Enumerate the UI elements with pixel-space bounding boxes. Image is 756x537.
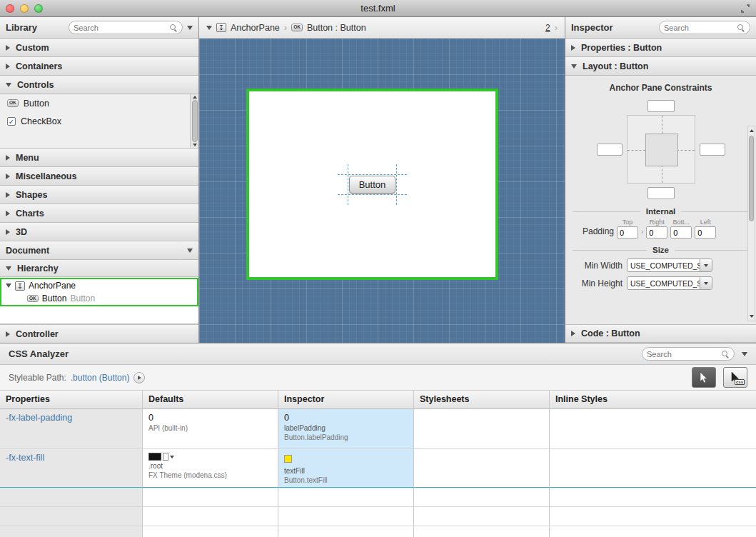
library-section-containers[interactable]: Containers [0,57,198,76]
play-icon [138,376,141,380]
breadcrumb: ↧ AnchorPane › OK Button : Button 2 › [199,17,565,39]
inspector-section-properties[interactable]: Properties : Button [565,39,756,57]
min-width-value: USE_COMPUTED_SI [628,259,700,271]
default-source: API (built-in) [148,424,272,432]
css-analyzer-header: CSS Analyzer [0,343,756,365]
selection-mode-button[interactable] [692,367,716,388]
library-item-checkbox[interactable]: ✓ CheckBox [0,112,190,130]
padding-right-field[interactable] [646,226,667,239]
styleable-path-value[interactable]: .button (Button) [71,373,130,383]
design-canvas[interactable]: Button [199,39,565,343]
button-icon: OK [7,99,19,107]
search-icon [737,24,745,32]
property-name-cell[interactable]: -fx-text-fill [0,449,143,488]
section-label: Containers [16,61,62,71]
combo-arrow-button[interactable] [700,277,712,289]
library-section-custom[interactable]: Custom [0,39,198,57]
inspector-cell[interactable]: textFill Button.textFill [278,449,414,488]
chevron-right-icon[interactable]: › [555,22,558,33]
scroll-up-icon[interactable] [193,96,197,99]
col-header-defaults[interactable]: Defaults [143,391,278,409]
css-analyzer-menu-icon[interactable] [742,352,747,356]
padding-col-right: Right [650,219,665,226]
library-section-3d[interactable]: 3D [0,223,198,241]
anchor-center-node[interactable] [645,134,678,166]
min-width-combo[interactable]: USE_COMPUTED_SI [627,259,712,272]
internal-divider: Internal [573,207,749,216]
anchor-left-field[interactable] [597,144,623,156]
checkbox-icon: ✓ [7,117,16,126]
scrollbar-thumb[interactable] [192,100,198,142]
css-search-input[interactable] [647,350,718,358]
min-height-combo[interactable]: USE_COMPUTED_SI [627,276,712,290]
defaults-cell[interactable]: .root FX Theme (modena.css) [143,449,278,488]
chevron-down-icon [6,83,11,87]
anchor-right-field[interactable] [700,144,725,156]
breadcrumb-item-button[interactable]: Button : Button [307,23,366,33]
css-pick-mode-button[interactable]: css [723,367,747,388]
defaults-cell[interactable]: 0 API (built-in) [143,409,278,449]
combo-arrow-button[interactable] [700,259,712,271]
hierarchy-tree[interactable]: ↧ AnchorPane OK Button Button [0,277,198,324]
document-menu-icon[interactable] [187,249,193,253]
property-name-cell[interactable]: -fx-label-padding [0,409,143,449]
document-header[interactable]: Document [0,241,198,260]
library-item-button[interactable]: OK Button [0,94,190,112]
library-section-miscellaneous[interactable]: Miscellaneous [0,167,198,186]
chevron-right-icon [6,211,10,216]
hierarchy-header[interactable]: Hierarchy [0,260,198,277]
inspector-panel: Inspector Properties : Button Layout : B… [565,17,756,343]
design-button[interactable]: Button [349,176,396,194]
breadcrumb-menu-icon[interactable] [206,26,212,30]
library-menu-icon[interactable] [187,26,193,30]
design-stage-anchorpane[interactable]: Button [246,89,498,280]
anchor-top-field[interactable] [647,100,675,112]
padding-link-icon[interactable]: › [641,228,643,236]
hierarchy-item-button[interactable]: OK Button Button [1,292,197,305]
scrollbar-thumb[interactable] [749,136,754,221]
padding-bottom-field[interactable] [670,226,692,239]
empty-cell [0,488,143,507]
anchor-bottom-field[interactable] [647,187,675,199]
controls-scrollbar[interactable] [190,94,198,148]
inspector-origin: Button.labelPadding [284,433,408,441]
selection-guide-right [396,164,397,205]
scroll-down-icon[interactable] [748,312,755,321]
library-section-charts[interactable]: Charts [0,204,198,223]
padding-left-field[interactable] [695,226,716,239]
expander-icon[interactable] [6,283,11,288]
empty-cell [278,507,414,526]
empty-cell [414,507,550,526]
empty-cell [414,526,550,537]
color-swatch-control[interactable] [148,453,272,461]
controller-section[interactable]: Controller [0,324,198,343]
page-counter[interactable]: 2 [545,23,550,33]
library-search-input[interactable] [74,24,166,32]
col-header-inline-styles[interactable]: Inline Styles [550,391,756,409]
button-icon: OK [27,295,39,303]
scroll-down-icon[interactable] [193,144,197,146]
scroll-up-icon[interactable] [748,126,755,135]
button-icon: OK [291,24,303,31]
library-section-controls[interactable]: Controls [0,76,198,94]
styleable-path-bar: Styleable Path: .button (Button) css [0,365,756,391]
inspector-search-input[interactable] [664,24,734,32]
inspector-scrollbar[interactable] [747,126,755,321]
inspector-cell[interactable]: 0 labelPadding Button.labelPadding [278,409,414,449]
col-header-properties[interactable]: Properties [0,391,143,409]
anchor-diagram[interactable] [627,115,695,184]
col-header-stylesheets[interactable]: Stylesheets [414,391,550,409]
chevron-down-icon [704,264,708,267]
library-section-menu[interactable]: Menu [0,149,198,167]
padding-top-field[interactable] [617,226,638,239]
table-row-empty [0,488,756,507]
col-header-inspector[interactable]: Inspector [278,391,414,409]
path-forward-button[interactable] [133,372,145,383]
inspector-title: Inspector [571,22,613,33]
hierarchy-item-anchorpane[interactable]: ↧ AnchorPane [1,279,197,292]
inspector-section-layout[interactable]: Layout : Button [565,57,756,76]
chevron-right-icon [6,64,10,69]
breadcrumb-item-anchorpane[interactable]: AnchorPane [231,23,280,33]
inspector-section-code[interactable]: Code : Button [565,324,756,343]
library-section-shapes[interactable]: Shapes [0,186,198,204]
